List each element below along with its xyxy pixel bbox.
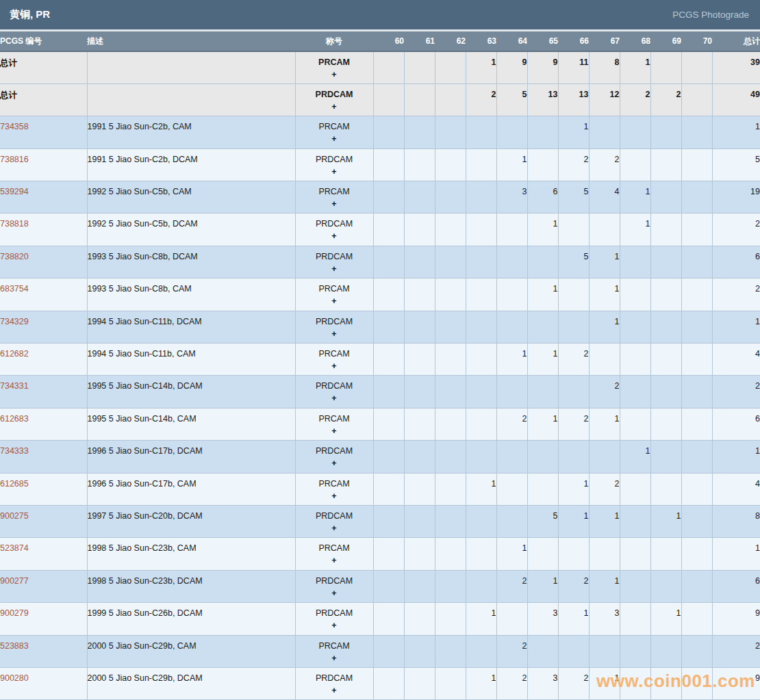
grade-count-cell-68 <box>620 667 650 699</box>
pcgs-number-link[interactable]: 734329 <box>0 317 29 326</box>
grade-count-cell-69 <box>650 473 681 505</box>
header-grade-65: 65 <box>527 31 558 51</box>
grade-count-cell-61 <box>404 538 435 570</box>
grade-count-cell-61 <box>404 603 435 635</box>
grade-count-cell-65: 3 <box>527 603 558 635</box>
pcgs-number-link[interactable]: 612685 <box>0 479 29 489</box>
grade-count-cell-62 <box>435 51 466 83</box>
pcgs-number-link[interactable]: 683754 <box>0 284 29 294</box>
grade-count-cell-69: 2 <box>650 83 681 116</box>
grade-count-cell-65 <box>527 246 558 278</box>
grade-count-cell-66 <box>558 278 589 311</box>
grade-count-cell-70 <box>681 51 712 83</box>
pcgs-number-link[interactable]: 900280 <box>0 673 29 683</box>
designation-cell: PRDCAM+ <box>295 83 373 116</box>
grade-count-cell-60 <box>373 181 404 213</box>
grade-count-cell-63 <box>466 311 496 343</box>
description-cell <box>87 51 295 83</box>
description-cell: 1996 5 Jiao Sun-C17b, DCAM <box>87 441 295 473</box>
grade-count-cell-62 <box>435 635 466 667</box>
grade-count-cell-62 <box>435 667 466 699</box>
designation-label: PRCAM <box>318 349 349 359</box>
grade-count-cell-61 <box>404 505 435 537</box>
grade-count-cell-70 <box>681 635 712 667</box>
pcgs-photograde-link[interactable]: PCGS Photograde <box>672 10 749 20</box>
grade-count-cell-65: 3 <box>527 667 558 699</box>
table-row: 5238832000 5 Jiao Sun-C29b, CAMPRCAM+22 <box>0 635 760 667</box>
header-grade-69: 69 <box>650 31 681 51</box>
row-total-cell: 6 <box>712 246 760 278</box>
pcgs-number-link[interactable]: 734331 <box>0 381 29 391</box>
designation-cell: PRDCAM+ <box>295 570 373 602</box>
grade-count-cell-65 <box>527 376 558 408</box>
grade-count-cell-65: 1 <box>527 570 558 602</box>
pcgs-number-link[interactable]: 738818 <box>0 219 29 229</box>
row-total-cell: 1 <box>712 311 760 343</box>
grade-count-cell-64: 5 <box>496 83 527 116</box>
plus-sign: + <box>296 231 373 241</box>
grade-count-cell-61 <box>404 116 435 148</box>
grade-count-cell-60 <box>373 343 404 376</box>
designation-label: PRCAM <box>318 187 349 196</box>
pcgs-number-link[interactable]: 734358 <box>0 122 29 131</box>
grade-count-cell-70 <box>681 83 712 116</box>
total-row: 总计PRCAM+199118139 <box>0 51 760 83</box>
grade-count-cell-68 <box>620 343 650 376</box>
grade-count-cell-60 <box>373 51 404 83</box>
row-total-cell: 2 <box>712 278 760 311</box>
grade-count-cell-70 <box>681 603 712 635</box>
pcgs-number-link[interactable]: 523883 <box>0 641 29 651</box>
row-total-cell: 2 <box>712 635 760 667</box>
pcgs-number-link[interactable]: 734333 <box>0 446 29 456</box>
grade-count-cell-61 <box>404 311 435 343</box>
grade-count-cell-67 <box>589 116 620 148</box>
grade-count-cell-70 <box>681 246 712 278</box>
row-total-cell: 2 <box>712 376 760 408</box>
pcgs-number-link[interactable]: 523874 <box>0 543 29 553</box>
grade-count-cell-64: 1 <box>496 148 527 181</box>
row-total-cell: 39 <box>712 51 760 83</box>
pcgs-number-link[interactable]: 900279 <box>0 608 29 618</box>
header-total: 总计 <box>712 31 760 51</box>
pcgs-number-link[interactable]: 738820 <box>0 252 29 261</box>
pcgs-number-link[interactable]: 539294 <box>0 187 29 196</box>
row-total-cell: 6 <box>712 408 760 440</box>
grade-count-cell-60 <box>373 376 404 408</box>
grade-count-cell-64 <box>496 473 527 505</box>
pcgs-number-cell: 900277 <box>0 570 87 602</box>
row-total-cell: 4 <box>712 343 760 376</box>
grade-count-cell-67 <box>589 538 620 570</box>
grade-count-cell-60 <box>373 635 404 667</box>
pcgs-number-cell: 612682 <box>0 343 87 376</box>
pcgs-number-link[interactable]: 738816 <box>0 155 29 164</box>
grade-count-cell-66: 1 <box>558 505 589 537</box>
designation-cell: PRDCAM+ <box>295 311 373 343</box>
grade-count-cell-67 <box>589 441 620 473</box>
grade-count-cell-63: 1 <box>466 51 496 83</box>
grade-count-cell-68: 1 <box>620 51 650 83</box>
pcgs-number-link[interactable]: 900275 <box>0 511 29 521</box>
pcgs-number-link[interactable]: 900277 <box>0 576 29 586</box>
pcgs-number-link[interactable]: 612683 <box>0 414 29 424</box>
grade-count-cell-63 <box>466 376 496 408</box>
grade-count-cell-62 <box>435 441 466 473</box>
designation-cell: PRCAM+ <box>295 181 373 213</box>
grade-count-cell-64 <box>496 116 527 148</box>
grade-count-cell-61 <box>404 181 435 213</box>
grade-count-cell-66: 1 <box>558 603 589 635</box>
grade-count-cell-62 <box>435 148 466 181</box>
grade-count-cell-64 <box>496 603 527 635</box>
description-cell: 1994 5 Jiao Sun-C11b, CAM <box>87 343 295 376</box>
grade-count-cell-60 <box>373 473 404 505</box>
table-row: 7388181992 5 Jiao Sun-C5b, DCAMPRDCAM+11… <box>0 213 760 246</box>
pcgs-number-link[interactable]: 612682 <box>0 349 29 359</box>
pcgs-number-cell: 738818 <box>0 213 87 246</box>
grade-count-cell-65 <box>527 538 558 570</box>
grade-count-cell-61 <box>404 635 435 667</box>
designation-label: PRCAM <box>318 641 349 651</box>
plus-sign: + <box>296 458 373 468</box>
table-row: 9002771998 5 Jiao Sun-C23b, DCAMPRDCAM+2… <box>0 570 760 602</box>
grade-count-cell-61 <box>404 473 435 505</box>
grade-count-cell-60 <box>373 278 404 311</box>
plus-sign: + <box>296 102 373 112</box>
